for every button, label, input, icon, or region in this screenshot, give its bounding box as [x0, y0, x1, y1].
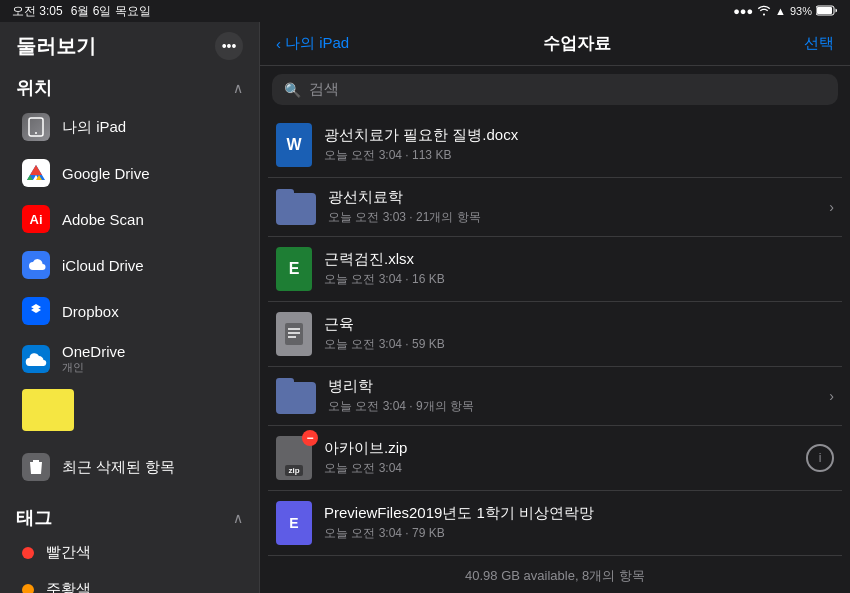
status-date: 6월 6일 목요일	[71, 3, 151, 20]
sidebar-more-button[interactable]: •••	[215, 32, 243, 60]
status-left: 오전 3:05 6월 6일 목요일	[12, 3, 151, 20]
sidebar-item-ipad[interactable]: 나의 iPad	[6, 105, 253, 149]
sidebar-item-onedrive[interactable]: OneDrive 개인	[6, 335, 253, 383]
nav-back-chevron-icon: ‹	[276, 35, 281, 52]
sidebar-icloud-label: iCloud Drive	[62, 257, 144, 274]
battery-text: 93%	[790, 5, 812, 17]
file-meta-folder1: 오늘 오전 3:03 · 21개의 항목	[328, 209, 817, 226]
nav-bar: ‹ 나의 iPad 수업자료 선택	[260, 22, 850, 66]
zip-delete-indicator: −	[302, 430, 318, 446]
file-meta-5: 오늘 오전 3:04 · 79 KB	[324, 525, 834, 542]
file-item-병리학[interactable]: 병리학 오늘 오전 3:04 · 9개의 항목 ›	[268, 367, 842, 426]
storage-status: 40.98 GB available, 8개의 항목	[465, 568, 645, 583]
file-info-folder2: 병리학 오늘 오전 3:04 · 9개의 항목	[328, 377, 817, 415]
sidebar-tag-red[interactable]: 빨간색	[6, 535, 253, 570]
search-bar[interactable]: 🔍 검색	[272, 74, 838, 105]
zip-icon-wrap: zip −	[276, 436, 312, 480]
preview-file-icon: E	[276, 501, 312, 545]
excel-file-icon: E	[276, 247, 312, 291]
file-item-uemovement[interactable]: UE UE Movement & Muscle 오늘 오전 3:04 · 1.5…	[268, 556, 842, 559]
sidebar-tag-orange-label: 주황색	[46, 580, 91, 593]
onedrive-icon	[22, 345, 50, 373]
sidebar-item-gdrive[interactable]: Google Drive	[6, 151, 253, 195]
sidebar-item-adobescan[interactable]: Ai Adobe Scan	[6, 197, 253, 241]
tags-chevron-icon: ∧	[233, 510, 243, 526]
gdrive-icon	[22, 159, 50, 187]
sidebar-gdrive-label: Google Drive	[62, 165, 150, 182]
action-circle-icon: i	[819, 451, 822, 465]
wifi-icon	[757, 5, 771, 18]
file-list: W 광선치료가 필요한 질병.docx 오늘 오전 3:04 · 113 KB …	[260, 113, 850, 559]
location-icon: ▲	[775, 5, 786, 17]
orange-tag-dot	[22, 584, 34, 594]
adobescan-icon: Ai	[22, 205, 50, 233]
svg-point-3	[35, 132, 37, 134]
right-panel: ‹ 나의 iPad 수업자료 선택 🔍 검색 W 광선치료가 필요한 질병.do…	[260, 22, 850, 593]
status-time: 오전 3:05	[12, 3, 63, 20]
file-meta-folder2: 오늘 오전 3:04 · 9개의 항목	[328, 398, 817, 415]
file-meta-4: 오늘 오전 3:04	[324, 460, 794, 477]
search-input[interactable]: 검색	[309, 80, 339, 99]
file-info-5: PreviewFiles2019년도 1학기 비상연락망 오늘 오전 3:04 …	[324, 504, 834, 542]
signal-icon: ●●●	[733, 5, 753, 17]
file-meta-2: 오늘 오전 3:04 · 16 KB	[324, 271, 834, 288]
tags-section-header: 태그 ∧	[0, 498, 259, 534]
locations-chevron-icon: ∧	[233, 80, 243, 96]
file-item-광선치료학[interactable]: 광선치료학 오늘 오전 3:03 · 21개의 항목 ›	[268, 178, 842, 237]
file-item-근력검진[interactable]: E 근력검진.xlsx 오늘 오전 3:04 · 16 KB	[268, 237, 842, 302]
file-name-folder1: 광선치료학	[328, 188, 817, 207]
sidebar-item-icloud[interactable]: iCloud Drive	[6, 243, 253, 287]
folder-icon-2	[276, 378, 316, 414]
sidebar-onedrive-label: OneDrive	[62, 343, 125, 360]
file-name-2: 근력검진.xlsx	[324, 250, 834, 269]
dropbox-icon	[22, 297, 50, 325]
sticky-note-icon	[22, 389, 74, 431]
tags-section-title: 태그	[16, 506, 52, 530]
icloud-icon	[22, 251, 50, 279]
file-info-1: 광선치료가 필요한 질병.docx 오늘 오전 3:04 · 113 KB	[324, 126, 834, 164]
file-info-2: 근력검진.xlsx 오늘 오전 3:04 · 16 KB	[324, 250, 834, 288]
nav-select-button[interactable]: 선택	[804, 34, 834, 53]
locations-section-title: 위치	[16, 76, 52, 100]
file-action-button-zip[interactable]: i	[806, 444, 834, 472]
word-file-icon: W	[276, 123, 312, 167]
trash-icon	[22, 453, 50, 481]
search-icon: 🔍	[284, 82, 301, 98]
sidebar: 둘러보기 ••• 위치 ∧ 나의 iPad	[0, 22, 260, 593]
nav-back-button[interactable]: ‹ 나의 iPad	[276, 34, 349, 53]
sidebar-title: 둘러보기	[16, 33, 96, 60]
svg-rect-1	[817, 7, 832, 14]
file-item-아카이브[interactable]: zip − 아카이브.zip 오늘 오전 3:04 i	[268, 426, 842, 491]
file-name-1: 광선치료가 필요한 질병.docx	[324, 126, 834, 145]
sidebar-item-dropbox[interactable]: Dropbox	[6, 289, 253, 333]
status-bar: 오전 3:05 6월 6일 목요일 ●●● ▲ 93%	[0, 0, 850, 22]
file-info-4: 아카이브.zip 오늘 오전 3:04	[324, 439, 794, 477]
locations-section-header: 위치 ∧	[0, 68, 259, 104]
main-layout: 둘러보기 ••• 위치 ∧ 나의 iPad	[0, 22, 850, 593]
sidebar-sticky-note-item[interactable]	[6, 385, 253, 435]
sidebar-adobescan-label: Adobe Scan	[62, 211, 144, 228]
red-tag-dot	[22, 547, 34, 559]
sidebar-tag-orange[interactable]: 주황색	[6, 572, 253, 593]
folder-chevron-icon-1: ›	[829, 199, 834, 215]
sidebar-onedrive-info: OneDrive 개인	[62, 343, 125, 375]
battery-icon	[816, 5, 838, 18]
file-info-folder1: 광선치료학 오늘 오전 3:03 · 21개의 항목	[328, 188, 817, 226]
sidebar-item-deleted[interactable]: 최근 삭제된 항목	[6, 445, 253, 489]
sidebar-deleted-label: 최근 삭제된 항목	[62, 458, 175, 477]
file-info-3: 근육 오늘 오전 3:04 · 59 KB	[324, 315, 834, 353]
status-bottom: 40.98 GB available, 8개의 항목	[260, 559, 850, 593]
file-name-folder2: 병리학	[328, 377, 817, 396]
folder-chevron-icon-2: ›	[829, 388, 834, 404]
file-name-3: 근육	[324, 315, 834, 334]
sidebar-ipad-label: 나의 iPad	[62, 118, 126, 137]
file-item-previewfiles[interactable]: E PreviewFiles2019년도 1학기 비상연락망 오늘 오전 3:0…	[268, 491, 842, 556]
sidebar-onedrive-sub: 개인	[62, 360, 125, 375]
sidebar-header: 둘러보기 •••	[0, 22, 259, 68]
file-item-근육[interactable]: 근육 오늘 오전 3:04 · 59 KB	[268, 302, 842, 367]
folder-icon-1	[276, 189, 316, 225]
file-name-5: PreviewFiles2019년도 1학기 비상연락망	[324, 504, 834, 523]
file-item-광선치료docx[interactable]: W 광선치료가 필요한 질병.docx 오늘 오전 3:04 · 113 KB	[268, 113, 842, 178]
sidebar-tag-red-label: 빨간색	[46, 543, 91, 562]
doc-file-icon	[276, 312, 312, 356]
